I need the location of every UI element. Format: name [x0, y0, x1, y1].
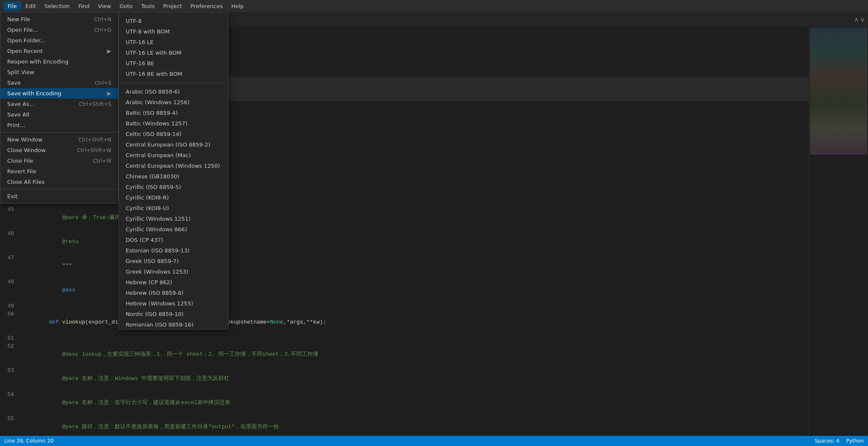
enc-separator-1: [119, 83, 228, 83]
close-window-shortcut: Ctrl+Shift+W: [77, 147, 111, 153]
save-item[interactable]: Save Ctrl+S: [0, 78, 118, 88]
cursor-position: Line 39, Column 20: [4, 438, 54, 444]
reopen-encoding-item[interactable]: Reopen with Encoding: [0, 56, 118, 67]
enc-cyrillic-koi8u[interactable]: Cyrillic (KOI8-U): [119, 203, 228, 213]
close-file-shortcut: Ctrl+W: [93, 158, 111, 164]
print-item[interactable]: Print...: [0, 120, 118, 130]
enc-cyrillic-koi8r[interactable]: Cyrillic (KOI8-R): [119, 192, 228, 203]
enc-estonian[interactable]: Estonian (ISO 8859-13): [119, 245, 228, 256]
enc-arabic-win[interactable]: Arabic (Windows 1256): [119, 97, 228, 108]
separator-2: [0, 189, 118, 189]
enc-nordic[interactable]: Nordic (ISO 8859-10): [119, 309, 228, 319]
encoding-submenu: UTF-8 UTF-8 with BOM UTF-16 LE UTF-16 LE…: [118, 12, 229, 330]
open-file-label: Open File...: [7, 27, 38, 33]
goto-menu-item[interactable]: Goto: [115, 1, 137, 11]
close-all-files-label: Close All Files: [7, 179, 44, 185]
enc-cyrillic-iso[interactable]: Cyrillic (ISO 8859-5): [119, 182, 228, 192]
enc-central-iso[interactable]: Central European (ISO 8859-2): [119, 139, 228, 150]
save-as-item[interactable]: Save As... Ctrl+Shift+S: [0, 99, 118, 109]
spaces-indicator[interactable]: Spaces: 4: [815, 438, 839, 444]
open-folder-label: Open Folder...: [7, 37, 45, 44]
view-menu-item[interactable]: View: [94, 1, 116, 11]
split-view-item[interactable]: Split View: [0, 67, 118, 78]
exit-item[interactable]: Exit: [0, 191, 118, 202]
minimap-content: [809, 27, 868, 436]
preferences-menu-item[interactable]: Preferences: [186, 1, 227, 11]
enc-utf16-be[interactable]: UTF-16 BE: [119, 58, 228, 69]
open-recent-arrow: ▶: [107, 48, 111, 54]
tab-down-icon[interactable]: ∨: [860, 16, 865, 23]
enc-dos-437[interactable]: DOS (CP 437): [119, 235, 228, 245]
enc-cyrillic-win[interactable]: Cyrillic (Windows 1251): [119, 213, 228, 224]
enc-romanian[interactable]: Romanian (ISO 8859-16): [119, 319, 228, 330]
split-view-label: Split View: [7, 69, 34, 75]
project-menu-item[interactable]: Project: [159, 1, 186, 11]
line-54: 54 @para 名称，注意：首字行大小写，建议直接从excel表中拷贝过来: [0, 391, 809, 415]
reopen-encoding-label: Reopen with Encoding: [7, 58, 69, 65]
revert-file-item[interactable]: Revert File: [0, 166, 118, 177]
enc-baltic-iso[interactable]: Baltic (ISO 8859-4): [119, 108, 228, 118]
enc-utf8[interactable]: UTF-8: [119, 16, 228, 26]
print-label: Print...: [7, 122, 25, 128]
enc-greek-win[interactable]: Greek (Windows 1253): [119, 266, 228, 277]
enc-greek-iso[interactable]: Greek (ISO 8859-7): [119, 256, 228, 266]
revert-file-label: Revert File: [7, 168, 36, 175]
help-menu-item[interactable]: Help: [227, 1, 248, 11]
separator-1: [0, 132, 118, 133]
find-menu-item[interactable]: Find: [74, 1, 94, 11]
open-file-item[interactable]: Open File... Ctrl+O: [0, 25, 118, 35]
new-file-shortcut: Ctrl+N: [94, 17, 111, 22]
minimap: [809, 27, 868, 436]
line-53: 53 @para 名称，注意：Windows 中需要使用双下划线，注意为反斜杠: [0, 366, 809, 391]
save-all-label: Save All: [7, 111, 29, 118]
language-indicator[interactable]: Python: [846, 438, 864, 444]
close-file-item[interactable]: Close File Ctrl+W: [0, 155, 118, 166]
save-encoding-item[interactable]: Save with Encoding ▶: [0, 88, 118, 99]
save-all-item[interactable]: Save All: [0, 109, 118, 120]
menu-bar: File Edit Selection Find View Goto Tools…: [0, 0, 868, 12]
open-recent-label: Open Recent: [7, 48, 43, 54]
file-menu-item[interactable]: File: [3, 1, 21, 11]
close-window-item[interactable]: Close Window Ctrl+Shift+W: [0, 145, 118, 155]
enc-arabic-iso[interactable]: Arabic (ISO 8859-6): [119, 86, 228, 97]
tools-menu-item[interactable]: Tools: [137, 1, 159, 11]
close-file-label: Close File: [7, 158, 33, 164]
selection-menu-item[interactable]: Selection: [40, 1, 74, 11]
save-as-label: Save As...: [7, 101, 34, 107]
save-shortcut: Ctrl+S: [95, 80, 111, 86]
edit-menu-item[interactable]: Edit: [21, 1, 40, 11]
new-file-item[interactable]: New File Ctrl+N: [0, 14, 118, 25]
new-window-shortcut: Ctrl+Shift+N: [78, 137, 111, 143]
status-bar: Line 39, Column 20 Spaces: 4 Python: [0, 436, 868, 446]
enc-hebrew-iso[interactable]: Hebrew (ISO 8859-8): [119, 288, 228, 298]
enc-central-win[interactable]: Central European (Windows 1250): [119, 161, 228, 171]
enc-cyrillic-866[interactable]: Cyrillic (Windows 866): [119, 224, 228, 235]
enc-hebrew-cp862[interactable]: Hebrew (CP 862): [119, 277, 228, 288]
exit-label: Exit: [7, 193, 18, 199]
enc-central-mac[interactable]: Central European (Mac): [119, 150, 228, 161]
enc-utf16-le-bom[interactable]: UTF-16 LE with BOM: [119, 47, 228, 58]
open-recent-item[interactable]: Open Recent ▶: [0, 46, 118, 56]
line-51: 51: [0, 334, 809, 342]
save-label: Save: [7, 80, 21, 86]
enc-utf8-bom[interactable]: UTF-8 with BOM: [119, 26, 228, 37]
enc-utf16-be-bom[interactable]: UTF-16 BE with BOM: [119, 69, 228, 79]
open-folder-item[interactable]: Open Folder...: [0, 35, 118, 46]
open-file-shortcut: Ctrl+O: [94, 27, 111, 33]
tab-up-icon[interactable]: ∧: [854, 16, 859, 23]
close-all-files-item[interactable]: Close All Files: [0, 177, 118, 187]
enc-hebrew-win[interactable]: Hebrew (Windows 1255): [119, 298, 228, 309]
enc-chinese-gb[interactable]: Chinese (GB18030): [119, 171, 228, 182]
encoding-group-other: Arabic (ISO 8859-6) Arabic (Windows 1256…: [119, 85, 228, 330]
encoding-group-unicode: UTF-8 UTF-8 with BOM UTF-16 LE UTF-16 LE…: [119, 14, 228, 81]
enc-baltic-win[interactable]: Baltic (Windows 1257): [119, 118, 228, 129]
statusbar-right: Spaces: 4 Python: [815, 438, 864, 444]
tab-controls: ∧ ∨: [854, 16, 868, 23]
save-encoding-label: Save with Encoding: [7, 90, 61, 97]
enc-utf16-le[interactable]: UTF-16 LE: [119, 37, 228, 47]
enc-celtic[interactable]: Celtic (ISO 8859-14): [119, 129, 228, 139]
line-55: 55 @para 路径，注意：默认不更改原表格，而是新建工作目录"output"…: [0, 415, 809, 436]
file-menu-dropdown: New File Ctrl+N Open File... Ctrl+O Open…: [0, 12, 118, 204]
new-window-item[interactable]: New Window Ctrl+Shift+N: [0, 134, 118, 145]
save-as-shortcut: Ctrl+Shift+S: [79, 101, 111, 107]
